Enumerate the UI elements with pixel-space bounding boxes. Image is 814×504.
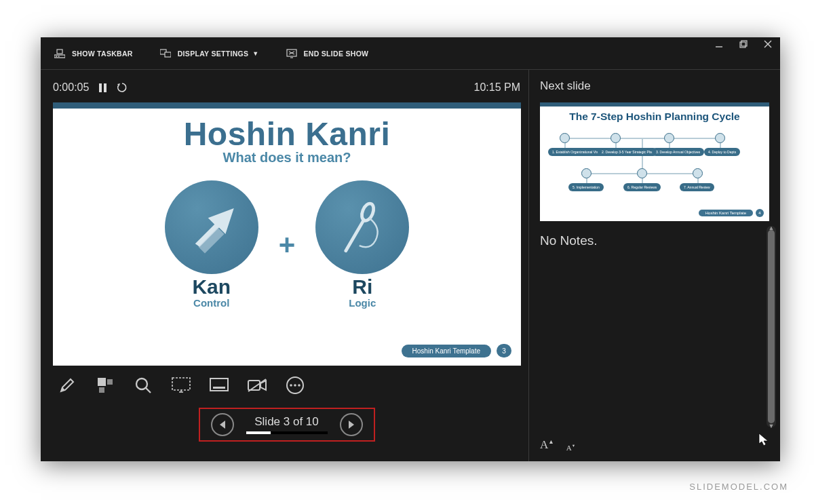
slide-navigation-highlight: Slide 3 of 10 — [199, 408, 375, 442]
step-chip: 4. Deploy to Depts — [704, 148, 740, 156]
scrollbar-thumb[interactable] — [768, 230, 775, 423]
svg-point-37 — [294, 384, 296, 387]
camera-off-button[interactable] — [247, 375, 267, 395]
presenter-view-window: SHOW TASKBAR DISPLAY SETTINGS ▼ END SLID… — [41, 37, 780, 461]
svg-marker-39 — [220, 421, 225, 429]
svg-rect-2 — [58, 56, 60, 56]
next-slide-title: The 7-Step Hoshin Planning Cycle — [540, 111, 769, 123]
next-slide-accent — [540, 102, 769, 106]
svg-rect-1 — [56, 56, 57, 56]
clock-time: 10:15 PM — [474, 81, 520, 94]
next-slide-preview[interactable]: The 7-Step Hoshin Planning Cycle — [540, 102, 769, 221]
pen-tool-button[interactable] — [57, 375, 77, 395]
minimize-button[interactable] — [715, 40, 723, 50]
cursor-icon — [758, 433, 769, 446]
svg-rect-3 — [57, 50, 62, 54]
svg-rect-11 — [740, 42, 745, 47]
svg-marker-40 — [349, 421, 354, 429]
svg-rect-22 — [98, 378, 106, 386]
svg-rect-12 — [741, 41, 747, 46]
plus-symbol: + — [279, 229, 296, 261]
next-slide-pane: Next slide The 7-Step Hoshin Planning Cy… — [529, 70, 780, 461]
notes-content: No Notes. — [540, 233, 769, 248]
notes-scrollbar[interactable]: ▲ ▼ — [767, 226, 776, 427]
elapsed-time: 0:00:05 — [53, 81, 89, 94]
next-template-pill: Hoshin Kanri Template — [699, 210, 753, 216]
kan-word: Kan — [165, 275, 258, 298]
slide-title: Hoshin Kanri — [53, 115, 521, 153]
next-slide-badge: Hoshin Kanri Template 4 — [699, 209, 764, 217]
current-slide-pane: 0:00:05 10:15 PM Hoshin Kanri What does … — [41, 70, 529, 461]
next-slide-button[interactable] — [340, 413, 363, 436]
timer-row: 0:00:05 10:15 PM — [53, 79, 520, 96]
step-chip: 6. Regular Reviews — [623, 183, 661, 191]
step-chip: 3. Develop Annual Objectives — [652, 148, 704, 156]
next-page-pill: 4 — [756, 209, 764, 217]
end-slideshow-icon — [286, 48, 297, 59]
pause-timer-button[interactable] — [98, 83, 107, 93]
svg-point-25 — [136, 379, 147, 389]
svg-marker-41 — [759, 433, 768, 446]
notes-font-controls: A▲ A▼ — [540, 438, 575, 452]
subtitle-button[interactable] — [209, 375, 229, 395]
svg-rect-23 — [107, 379, 113, 385]
next-slide-heading: Next slide — [540, 79, 769, 96]
svg-rect-30 — [210, 379, 228, 391]
ri-word: Ri — [315, 275, 409, 298]
watermark-text: SLIDEMODEL.COM — [689, 482, 788, 492]
step-chip: 7. Annual Review — [680, 183, 714, 191]
slide-counter-label: Slide 3 of 10 — [246, 415, 328, 429]
svg-point-38 — [298, 384, 301, 387]
taskbar-icon — [54, 48, 65, 59]
step-chip: 5. Implementation — [568, 183, 604, 191]
step-chip: 2. Develop 3-5 Year Strategic Plan — [598, 148, 657, 156]
black-screen-button[interactable] — [171, 375, 191, 395]
display-settings-button[interactable]: DISPLAY SETTINGS ▼ — [160, 48, 259, 59]
next-slide-diagram: 1. Establish Organizational Vision 2. De… — [540, 125, 769, 207]
end-slideshow-button[interactable]: END SLIDE SHOW — [286, 48, 369, 59]
presenter-toolbar: SHOW TASKBAR DISPLAY SETTINGS ▼ END SLID… — [41, 37, 780, 70]
presenter-tools — [53, 375, 520, 395]
svg-line-26 — [146, 388, 151, 393]
needle-circle-icon — [315, 180, 409, 274]
svg-rect-15 — [99, 83, 102, 92]
arrow-circle-icon — [165, 180, 258, 274]
ri-definition: Logic — [315, 297, 409, 309]
slide-counter: Slide 3 of 10 — [246, 415, 328, 434]
slide-progress-bar — [246, 431, 328, 434]
close-button[interactable] — [764, 40, 772, 50]
zoom-button[interactable] — [133, 375, 153, 395]
more-options-button[interactable] — [285, 375, 305, 395]
slide-footer-badge: Hoshin Kanri Template 3 — [402, 344, 511, 357]
slide-graphic-row: Kan Control + — [53, 180, 521, 309]
kan-definition: Control — [165, 297, 258, 309]
display-settings-icon — [160, 48, 171, 59]
svg-rect-27 — [172, 378, 190, 390]
show-taskbar-label: SHOW TASKBAR — [72, 50, 133, 58]
template-name-pill: Hoshin Kanri Template — [402, 345, 491, 357]
svg-rect-5 — [165, 52, 171, 57]
restore-button[interactable] — [739, 40, 748, 50]
restart-timer-button[interactable] — [117, 82, 128, 93]
previous-slide-button[interactable] — [211, 413, 234, 436]
display-settings-label: DISPLAY SETTINGS — [178, 50, 249, 58]
see-all-slides-button[interactable] — [95, 375, 115, 395]
show-taskbar-button[interactable]: SHOW TASKBAR — [54, 48, 133, 59]
svg-point-20 — [360, 201, 376, 222]
svg-rect-31 — [213, 387, 225, 389]
window-controls — [715, 40, 772, 50]
slide-accent-bar — [53, 102, 521, 109]
svg-point-36 — [290, 384, 292, 387]
svg-rect-24 — [99, 387, 104, 393]
decrease-font-button[interactable]: A▼ — [566, 444, 575, 452]
current-slide-preview[interactable]: Hoshin Kanri What does it mean? Kan Cont… — [53, 102, 521, 366]
increase-font-button[interactable]: A▲ — [540, 438, 554, 452]
slide-subtitle: What does it mean? — [53, 150, 521, 166]
end-slideshow-label: END SLIDE SHOW — [304, 50, 369, 58]
svg-rect-16 — [104, 83, 106, 92]
chevron-down-icon: ▼ — [252, 50, 258, 57]
slide-number-pill: 3 — [497, 344, 511, 357]
